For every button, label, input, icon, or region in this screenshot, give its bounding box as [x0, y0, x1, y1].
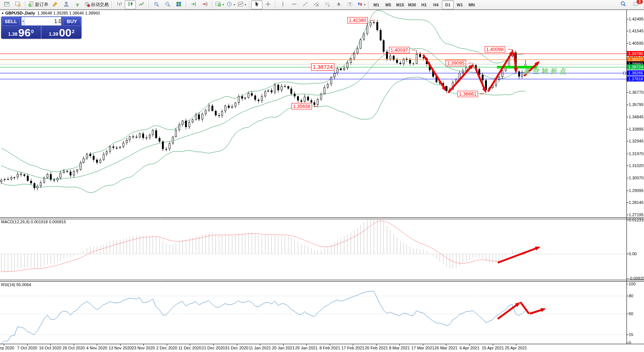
rsi-label: RSI(14) 55.0064: [1, 282, 31, 287]
cursor-button[interactable]: [251, 0, 262, 9]
new-chart-icon: [4, 1, 10, 9]
volume-stepper: ▼ ▲: [21, 17, 61, 26]
vline-icon: [280, 1, 286, 9]
chart-ohlc: 1.38648 1.39285 1.38646 1.38960: [37, 11, 100, 15]
volume-input[interactable]: [25, 17, 61, 25]
timeframe-M15[interactable]: M15: [394, 0, 406, 9]
hline-icon: [291, 1, 297, 9]
fibonacci-icon: F: [325, 1, 331, 9]
channel-button[interactable]: E: [311, 0, 322, 9]
toolbar-separator: [149, 1, 149, 9]
bid-price-prefix: 1.38: [8, 31, 17, 38]
toolbar: 新订单自动交易▾▾▾EFAT▾M1M5M15M30H1H4D1W1MN1: [0, 0, 644, 10]
channel-icon: E: [313, 1, 319, 9]
auto-scroll-button[interactable]: [188, 0, 199, 9]
svg-text:T: T: [349, 2, 351, 6]
hline-button[interactable]: [288, 0, 300, 9]
label-button[interactable]: T: [344, 0, 356, 9]
chart-canvas[interactable]: [0, 0, 644, 352]
volume-down-button[interactable]: ▼: [22, 17, 25, 25]
crosshair-icon: [265, 1, 271, 9]
timeframe-M1[interactable]: M1: [370, 0, 382, 9]
ask-price[interactable]: 1.39 00 2: [42, 26, 82, 39]
label-icon: T: [347, 1, 353, 9]
buy-button[interactable]: BUY: [63, 17, 81, 26]
ask-price-big: 00: [59, 28, 71, 38]
autotrading-icon: [84, 1, 90, 9]
bid-price[interactable]: 1.38 96 0: [1, 26, 41, 39]
ask-price-sup: 2: [72, 26, 74, 37]
shapes-button[interactable]: ▾: [356, 0, 367, 9]
chart-symbol: GBPUSD-,Daily: [5, 11, 35, 15]
toolbar-separator: [249, 1, 250, 9]
metaeditor-icon: [52, 1, 58, 9]
crosshair-button[interactable]: [262, 0, 274, 9]
bull-bear-turning-point-note: 多空转折点: [524, 67, 569, 76]
signals-button[interactable]: [72, 0, 83, 9]
navigator-button[interactable]: [61, 0, 72, 9]
text-icon: A: [336, 1, 342, 9]
zoom-out-icon: [165, 1, 170, 9]
svg-text:A: A: [337, 2, 340, 6]
bid-price-big: 96: [18, 28, 31, 38]
cursor-icon: [254, 1, 260, 9]
vline-button[interactable]: [277, 0, 288, 9]
templates-button[interactable]: ▾: [236, 0, 248, 9]
tile-windows-icon: [176, 1, 182, 9]
sell-button[interactable]: SELL: [2, 17, 20, 26]
chart-shift-icon: [202, 1, 208, 9]
toolbar-separator: [186, 1, 186, 9]
timeframe-MN[interactable]: MN: [466, 0, 478, 9]
oneclick-collapse-icon[interactable]: ▲: [1, 11, 4, 15]
text-button[interactable]: A: [333, 0, 344, 9]
candles-icon: [127, 1, 133, 9]
toolbar-separator: [275, 1, 276, 9]
line-chart-icon: [138, 1, 144, 9]
periods-icon: [226, 1, 232, 9]
chart-title: GBPUSD-,Daily 1.38648 1.39285 1.38646 1.…: [5, 11, 100, 15]
templates-icon: [237, 1, 243, 9]
notification-badge: 1: [637, 0, 643, 4]
indicators-icon: [215, 1, 221, 9]
toolbar-separator: [111, 1, 112, 9]
shapes-icon: [357, 1, 363, 9]
candles-button[interactable]: [125, 0, 136, 9]
navigator-icon: [63, 1, 69, 9]
new-order-icon: [28, 1, 34, 9]
svg-text:F: F: [328, 5, 330, 7]
profiles-button[interactable]: [12, 0, 23, 9]
trendline-button[interactable]: [300, 0, 311, 9]
timeframe-M5[interactable]: M5: [382, 0, 394, 9]
chat-button[interactable]: 1: [630, 0, 641, 9]
toolbar-separator: [212, 1, 213, 9]
autotrading-button[interactable]: 自动交易: [83, 0, 110, 9]
timeframe-M30[interactable]: M30: [406, 0, 418, 9]
profiles-icon: [15, 1, 21, 9]
periods-button[interactable]: ▾: [225, 0, 236, 9]
timeframe-D1[interactable]: D1: [442, 0, 454, 9]
tile-windows-button[interactable]: [173, 0, 184, 9]
zoom-in-icon: [153, 1, 159, 9]
new-order-button[interactable]: 新订单: [27, 0, 50, 9]
search-button[interactable]: [618, 0, 629, 9]
indicators-button[interactable]: ▾: [214, 0, 225, 9]
metaeditor-button[interactable]: [50, 0, 61, 9]
zoom-out-button[interactable]: [162, 0, 173, 9]
chart-shift-button[interactable]: [199, 0, 210, 9]
timeframe-H4[interactable]: H4: [430, 0, 442, 9]
search-icon: [620, 1, 627, 9]
trendline-icon: [302, 1, 308, 9]
macd-label: MACD(12,26,9) 0.001918 0.000815: [1, 220, 66, 224]
toolbar-separator: [368, 1, 369, 9]
one-click-trading-panel: SELL ▼ ▲ BUY 1.38 96 0 1.39 00 2: [1, 16, 82, 39]
timeframe-W1[interactable]: W1: [454, 0, 466, 9]
bars-button[interactable]: [114, 0, 125, 9]
mt4-terminal: 新订单自动交易▾▾▾EFAT▾M1M5M15M30H1H4D1W1MN1 ▲ G…: [0, 0, 644, 352]
fibonacci-button[interactable]: F: [322, 0, 333, 9]
line-chart-button[interactable]: [136, 0, 147, 9]
zoom-in-button[interactable]: [151, 0, 162, 9]
bars-icon: [116, 1, 122, 9]
new-chart-button[interactable]: [1, 0, 12, 9]
auto-scroll-icon: [191, 1, 197, 9]
timeframe-H1[interactable]: H1: [418, 0, 430, 9]
